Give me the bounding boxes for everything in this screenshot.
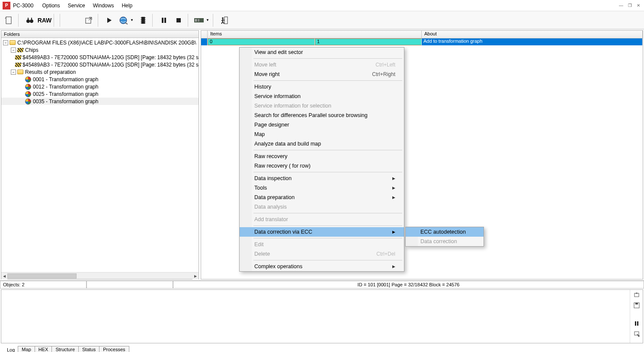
ctx-data-preparation[interactable]: Data preparation▶ (240, 193, 404, 202)
scroll-right-icon[interactable]: ▶ (192, 273, 199, 279)
log-body[interactable] (1, 290, 630, 343)
ctx-analyze-map[interactable]: Analyze data and build map (240, 139, 404, 149)
script-icon[interactable] (2, 13, 16, 28)
ctx-move-left[interactable]: Move leftCtrl+Left (240, 60, 404, 70)
window-controls: — ❐ ✕ (617, 3, 644, 8)
sub-ecc-autodetection[interactable]: ECC autodetection (406, 227, 484, 237)
tree-results[interactable]: − Results of preparation (1, 68, 199, 76)
menu-options[interactable]: Options (38, 1, 63, 10)
scroll-end-icon[interactable] (632, 330, 641, 338)
row-cell: 1 (315, 38, 422, 45)
tab-map[interactable]: Map (18, 346, 35, 352)
binoculars-icon[interactable] (22, 13, 37, 28)
pause-icon[interactable] (157, 13, 171, 28)
svg-line-29 (223, 22, 224, 24)
tab-status[interactable]: Status (78, 346, 99, 352)
folders-tree[interactable]: − C:\PROGRAM FILES (X86)\ACE LAB\PC-3000… (1, 38, 199, 272)
ctx-raw-recovery[interactable]: Raw recovery (240, 152, 404, 161)
ctx-data-inspection[interactable]: Data inspection▶ (240, 174, 404, 183)
ctx-page-designer[interactable]: Page designer (240, 120, 404, 130)
tree-root-label: C:\PROGRAM FILES (X86)\ACE LAB\PC-3000FL… (17, 40, 196, 46)
ctx-delete[interactable]: DeleteCtrl+Del (240, 249, 404, 259)
svg-rect-0 (6, 17, 11, 24)
ctx-search-diff[interactable]: Search for differences Parallel source b… (240, 111, 404, 120)
close-button[interactable]: ✕ (634, 3, 642, 8)
tree-root[interactable]: − C:\PROGRAM FILES (X86)\ACE LAB\PC-3000… (1, 39, 199, 46)
scroll-left-icon[interactable]: ◀ (1, 273, 7, 279)
log-panel (1, 289, 643, 343)
ctx-tools[interactable]: Tools▶ (240, 183, 404, 193)
grid-header-about[interactable]: About (422, 31, 643, 38)
ctx-data-analysis[interactable]: Data analysis (240, 202, 404, 212)
ctx-service-info[interactable]: Service information (240, 92, 404, 101)
svg-rect-30 (634, 293, 639, 297)
raw-button[interactable]: RAW (37, 13, 52, 28)
export-icon[interactable] (81, 13, 96, 28)
tree-result-item[interactable]: 0001 - Transformation graph (1, 76, 199, 83)
grid-header: Items About (201, 31, 643, 38)
folder-open-icon (9, 40, 16, 46)
globe-icon[interactable]: ▼ (117, 13, 136, 28)
restore-button[interactable]: ❐ (626, 3, 634, 8)
svg-rect-19 (176, 18, 181, 22)
svg-rect-17 (162, 18, 163, 23)
tree-result-item[interactable]: 0025 - Transformation graph (1, 90, 199, 98)
grid-row[interactable]: 0 1 Add to transformation graph (201, 38, 643, 45)
svg-rect-34 (637, 321, 638, 326)
collapse-icon[interactable]: − (11, 48, 16, 53)
ctx-view-edit-sector[interactable]: View and edit sector (240, 48, 404, 57)
menu-service[interactable]: Service (64, 1, 89, 10)
tree-chip-item[interactable]: $45489AB3 - 7E720000 SDTNAIAMA-120G [SDR… (1, 61, 199, 68)
ctx-data-correction-ecc[interactable]: Data correction via ECC▶ (240, 227, 404, 237)
grid-header-items[interactable]: Items (208, 31, 422, 38)
tab-log[interactable]: Log (3, 347, 18, 352)
ctx-service-info-sel[interactable]: Service information for selection (240, 101, 404, 111)
horizontal-scrollbar[interactable]: ◀ ▶ (1, 272, 199, 279)
copy-up-icon[interactable] (632, 291, 641, 299)
svg-line-27 (223, 20, 224, 20)
exit-icon[interactable] (217, 13, 232, 28)
ctx-raw-recovery-row[interactable]: Raw recovery ( for row) (240, 161, 404, 171)
play-icon[interactable] (102, 13, 117, 28)
ctx-add-translator[interactable]: Add translator (240, 215, 404, 224)
board-icon[interactable]: ▼ (192, 13, 211, 28)
collapse-icon[interactable]: − (3, 40, 8, 45)
stop-icon[interactable] (171, 13, 186, 28)
chip-icon[interactable] (136, 13, 151, 28)
tree-result-item-selected[interactable]: 0035 - Transformation graph (1, 98, 199, 105)
svg-rect-32 (635, 303, 638, 304)
tab-hex[interactable]: HEX (35, 346, 52, 352)
titlebar: P PC-3000 Options Service Windows Help —… (0, 0, 644, 11)
pause-log-icon[interactable] (632, 319, 641, 328)
folder-open-icon (17, 69, 24, 75)
folders-header: Folders (1, 31, 199, 38)
graph-icon (25, 98, 32, 105)
tree-result-label: 0025 - Transformation graph (33, 91, 98, 97)
ctx-complex-operations[interactable]: Complex operations▶ (240, 262, 404, 271)
svg-rect-23 (224, 17, 227, 24)
tab-structure[interactable]: Structure (51, 346, 79, 352)
ctx-history[interactable]: History (240, 82, 404, 92)
context-menu: View and edit sector Move leftCtrl+Left … (239, 47, 404, 272)
ctx-edit[interactable]: Edit (240, 240, 404, 249)
save-icon[interactable] (632, 301, 641, 310)
sub-data-correction[interactable]: Data correction (406, 237, 484, 246)
menu-windows[interactable]: Windows (90, 1, 118, 10)
tab-processes[interactable]: Processes (99, 346, 129, 352)
ctx-map[interactable]: Map (240, 130, 404, 139)
scroll-thumb[interactable] (7, 273, 77, 279)
statusbar: Objects: 2 ID = 101 [0001] Page = 32/184… (0, 280, 644, 289)
minimize-button[interactable]: — (617, 3, 625, 8)
tree-chips[interactable]: − Chips (1, 46, 199, 54)
chip-icon (15, 62, 21, 68)
status-info: ID = 101 [0001] Page = 32/18432 Block = … (173, 281, 644, 289)
collapse-icon[interactable]: − (11, 70, 16, 75)
ctx-move-right[interactable]: Move rightCtrl+Right (240, 70, 404, 79)
bottom-tabs: Log Map HEX Structure Status Processes (0, 344, 644, 352)
tree-chip-item[interactable]: $45489AB3 - 7E720000 SDTNAIAMA-120G [SDR… (1, 54, 199, 61)
status-empty (87, 281, 173, 289)
tree-result-item[interactable]: 0012 - Transformation graph (1, 83, 199, 90)
svg-rect-4 (31, 18, 32, 20)
grid-header-gutter[interactable] (201, 31, 208, 38)
menu-help[interactable]: Help (118, 1, 136, 10)
